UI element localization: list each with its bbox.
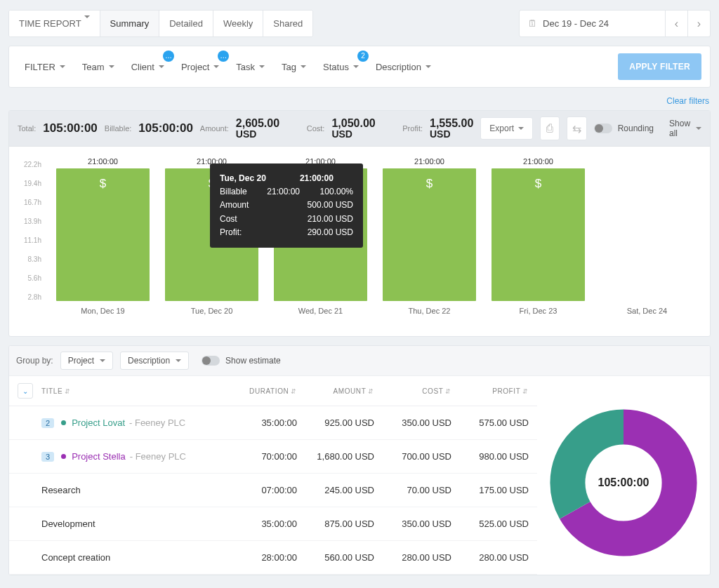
bar[interactable]: $ [56, 168, 150, 301]
print-icon: ⎙ [546, 122, 553, 135]
next-range-button[interactable]: › [688, 10, 711, 37]
filter-tag[interactable]: Tag [275, 55, 313, 79]
sort-icon: ⇵ [65, 388, 71, 395]
caret-down-icon [518, 127, 524, 130]
donut-chart-wrap: 105:00:00 [537, 376, 710, 575]
caret-down-icon [696, 127, 701, 130]
count-badge: 2 [41, 418, 54, 428]
show-all-dropdown[interactable]: Show all [669, 119, 701, 138]
tab-shared[interactable]: Shared [263, 11, 312, 36]
dollar-icon: $ [535, 177, 541, 191]
chart-tooltip: Tue, Dec 2021:00:00Billable21:00:00100.0… [210, 163, 363, 248]
col-profit[interactable]: PROFIT⇵ [451, 387, 529, 395]
group-by-bar: Group by: Project Description Show estim… [9, 346, 710, 376]
rounding-toggle-wrap: Rounding [594, 123, 654, 133]
tab-summary[interactable]: Summary [100, 11, 160, 36]
calendar-icon: 🗓 [528, 18, 537, 29]
date-range-text: Dec 19 - Dec 24 [543, 18, 609, 29]
caret-down-icon [213, 65, 219, 68]
profit-label: Profit: [402, 124, 423, 133]
filter-badge: … [163, 51, 174, 62]
filter-badge: 2 [357, 51, 369, 62]
table: ⌄ TITLE⇵ DURATION⇵ AMOUNT⇵ COST⇵ PROFIT⇵… [9, 376, 537, 575]
tab-weekly[interactable]: Weekly [213, 11, 263, 36]
filter-dropdown[interactable]: FILTER [18, 55, 72, 79]
caret-down-icon [84, 15, 90, 29]
total-value: 105:00:00 [43, 121, 98, 135]
export-button[interactable]: Export [480, 117, 533, 140]
total-label: Total: [18, 124, 36, 133]
caret-down-icon [301, 65, 306, 68]
x-axis-labels: Mon, Dec 19Tue, Dec 20Wed, Dec 21Thu, De… [48, 307, 701, 315]
table-donut-wrap: ⌄ TITLE⇵ DURATION⇵ AMOUNT⇵ COST⇵ PROFIT⇵… [9, 376, 710, 575]
amount-value: 2,605.00USD [236, 117, 279, 140]
table-row[interactable]: Development35:00:00875.00 USD350.00 USD5… [9, 507, 537, 541]
show-estimate-toggle-wrap: Show estimate [202, 356, 281, 366]
bar[interactable]: $ [383, 168, 476, 301]
dollar-icon: $ [426, 177, 433, 191]
filter-card: FILTER Team Client… Project… Task Tag St… [8, 46, 711, 88]
sort-icon: ⇵ [522, 388, 529, 395]
rounding-toggle[interactable] [594, 123, 612, 133]
time-report-label: TIME REPORT [19, 18, 81, 29]
date-range-selector[interactable]: 🗓 Dec 19 - Dec 24 [519, 10, 666, 37]
bar[interactable]: $ [492, 168, 585, 301]
bar-column[interactable]: 21:00:00$ [484, 168, 593, 301]
caret-down-icon [353, 65, 359, 68]
table-row[interactable]: 2Project Lovat - Feeney PLC35:00:00925.0… [9, 406, 537, 440]
totals-bar: Total: 105:00:00 Billable: 105:00:00 Amo… [9, 111, 710, 147]
share-icon: ⇆ [572, 122, 581, 135]
billable-label: Billable: [105, 124, 132, 133]
table-header: ⌄ TITLE⇵ DURATION⇵ AMOUNT⇵ COST⇵ PROFIT⇵ [9, 376, 537, 406]
col-amount[interactable]: AMOUNT⇵ [297, 387, 374, 395]
show-estimate-toggle[interactable] [202, 356, 220, 366]
date-range-group: 🗓 Dec 19 - Dec 24 ‹ › [519, 10, 711, 37]
y-axis: 22.2h19.4h16.7h13.9h11.1h8.3h5.6h2.8h [12, 161, 46, 301]
print-button[interactable]: ⎙ [540, 116, 560, 140]
bar-column[interactable]: 21:00:00$ [48, 168, 157, 301]
share-button[interactable]: ⇆ [567, 116, 586, 140]
caret-down-icon [259, 65, 265, 68]
apply-filter-button[interactable]: APPLY FILTER [618, 53, 701, 80]
filter-badge: … [218, 51, 229, 62]
filter-team[interactable]: Team [75, 55, 121, 79]
dollar-icon: $ [100, 177, 106, 191]
group-by-secondary[interactable]: Description [120, 352, 189, 370]
col-title[interactable]: TITLE⇵ [41, 387, 220, 395]
donut-center-label: 105:00:00 [550, 409, 697, 556]
collapse-all-button[interactable]: ⌄ [18, 383, 33, 399]
bar-chart: 22.2h19.4h16.7h13.9h11.1h8.3h5.6h2.8h 21… [9, 147, 710, 336]
prev-range-button[interactable]: ‹ [666, 10, 688, 37]
group-by-primary[interactable]: Project [60, 352, 113, 370]
project-color-dot [61, 454, 66, 459]
col-duration[interactable]: DURATION⇵ [220, 387, 297, 395]
time-report-dropdown[interactable]: TIME REPORT [9, 11, 100, 36]
top-bar: TIME REPORT Summary Detailed Weekly Shar… [0, 0, 719, 37]
chart-bars: 21:00:00$21:00:00$21:00:00$21:00:00$21:0… [48, 161, 701, 301]
filter-client[interactable]: Client… [124, 55, 171, 79]
amount-label: Amount: [200, 124, 229, 133]
table-card: Group by: Project Description Show estim… [8, 345, 711, 575]
col-cost[interactable]: COST⇵ [374, 387, 451, 395]
filter-project[interactable]: Project… [174, 55, 226, 79]
bar-column[interactable]: 21:00:00$ [375, 168, 484, 301]
filter-description[interactable]: Description [369, 55, 438, 79]
filter-task[interactable]: Task [229, 55, 272, 79]
count-badge: 3 [41, 452, 54, 462]
caret-down-icon [159, 65, 164, 68]
tab-detailed[interactable]: Detailed [159, 11, 213, 36]
caret-down-icon [426, 65, 431, 68]
clear-filters-link[interactable]: Clear filters [0, 96, 709, 106]
table-row[interactable]: Research07:00:00245.00 USD70.00 USD175.0… [9, 474, 537, 507]
chart-card: Total: 105:00:00 Billable: 105:00:00 Amo… [8, 110, 711, 337]
table-row[interactable]: 3Project Stella - Feeney PLC70:00:001,68… [9, 440, 537, 474]
group-by-label: Group by: [16, 356, 53, 366]
caret-down-icon [60, 65, 65, 68]
sort-icon: ⇵ [445, 388, 451, 395]
table-row[interactable]: Concept creation28:00:00560.00 USD280.00… [9, 541, 537, 575]
donut-chart: 105:00:00 [550, 409, 697, 556]
cost-label: Cost: [307, 124, 325, 133]
cost-value: 1,050.00USD [331, 117, 375, 140]
filter-status[interactable]: Status2 [316, 55, 366, 79]
sort-icon: ⇵ [368, 388, 374, 395]
